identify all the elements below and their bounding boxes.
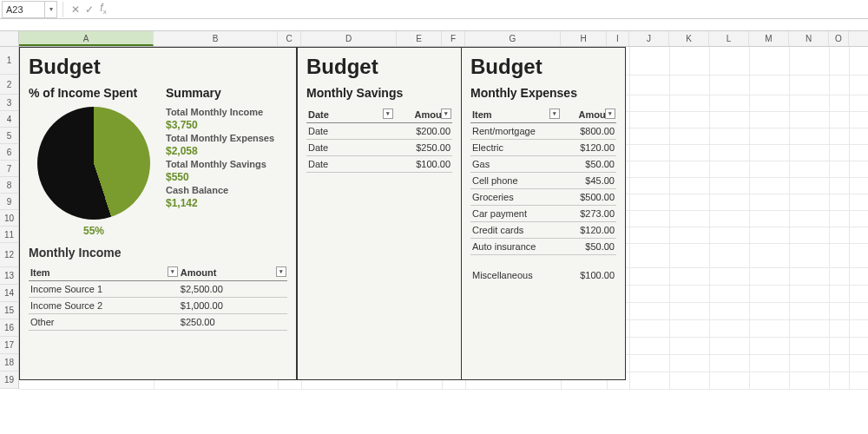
col-header-D[interactable]: D [301,31,397,46]
row-header-6[interactable]: 6 [0,144,18,161]
row-header-1[interactable]: 1 [0,47,18,75]
table-row[interactable]: Date$250.00 [306,140,452,156]
row-header-3[interactable]: 3 [0,95,18,111]
row-header-18[interactable]: 18 [0,354,18,372]
name-box-dropdown[interactable]: ▾ [45,1,57,18]
expenses-header: Monthly Expenses [470,86,616,100]
fx-icon[interactable]: fx [96,2,110,16]
filter-icon[interactable]: ▾ [383,108,393,119]
cell-amount: $100.00 [394,156,452,173]
col-amount[interactable]: Amount▾ [179,265,287,281]
misc-amount: $100.00 [561,267,616,283]
cell-amount: $120.00 [561,222,616,239]
cell-amount: $250.00 [394,140,452,156]
col-header-L[interactable]: L [709,31,749,46]
col-date[interactable]: Date▾ [306,107,394,123]
filter-icon[interactable]: ▾ [276,266,286,277]
row-header-13[interactable]: 13 [0,267,18,285]
confirm-icon[interactable]: ✓ [82,3,96,16]
row-header-10[interactable]: 10 [0,210,18,227]
table-row[interactable]: Income Source 1$2,500.00 [29,281,287,298]
budget-panel-summary: Budget % of Income Spent 55% Summary Tot… [19,47,297,380]
cell-item: Income Source 1 [29,281,179,298]
col-amount[interactable]: Amount▾ [394,107,452,123]
col-header-E[interactable]: E [397,31,442,46]
summary-value: $550 [166,171,287,183]
pct-label: 55% [29,225,159,237]
row-header-8[interactable]: 8 [0,177,18,194]
col-header-M[interactable]: M [749,31,789,46]
row-header-14[interactable]: 14 [0,285,18,302]
cell-item: Electric [470,140,561,156]
table-row[interactable]: Auto insurance$50.00 [470,239,616,255]
row-header-16[interactable]: 16 [0,319,18,337]
row-header-9[interactable]: 9 [0,194,18,210]
col-item[interactable]: Item▾ [470,107,561,123]
row-header-15[interactable]: 15 [0,302,18,319]
panel-title: Budget [29,55,287,79]
col-header-G[interactable]: G [465,31,561,46]
formula-input[interactable] [110,1,868,18]
col-header-F[interactable]: F [442,31,465,46]
filter-icon[interactable]: ▾ [549,108,560,119]
cell-amount: $500.00 [561,189,616,206]
col-header-H[interactable]: H [561,31,607,46]
col-item[interactable]: Item▾ [29,265,179,281]
savings-header: Monthly Savings [306,86,452,100]
name-box[interactable]: A23 [2,1,45,18]
table-row[interactable]: Income Source 2$1,000.00 [29,298,287,314]
select-all-corner[interactable] [0,31,19,46]
cell-amount: $50.00 [561,239,616,255]
col-header-B[interactable]: B [154,31,278,46]
table-row[interactable]: Electric$120.00 [470,140,616,156]
summary-header: Summary [166,86,287,100]
row-header-5[interactable]: 5 [0,128,18,144]
cell-amount: $1,000.00 [179,298,287,314]
spreadsheet-grid: ABCDEFGHIJKLMNO 123456789101112131415161… [0,31,868,389]
table-row[interactable]: Other$250.00 [29,314,287,331]
table-row[interactable]: Date$100.00 [306,156,452,173]
col-amount[interactable]: Amount▾ [561,107,616,123]
row-header-11[interactable]: 11 [0,227,18,243]
sheet-body[interactable]: Budget % of Income Spent 55% Summary Tot… [19,47,868,389]
column-headers: ABCDEFGHIJKLMNO [0,31,868,47]
table-row[interactable]: Gas$50.00 [470,156,616,173]
row-header-2[interactable]: 2 [0,75,18,95]
row-header-4[interactable]: 4 [0,111,18,128]
cell-item: Car payment [470,206,561,222]
row-header-7[interactable]: 7 [0,161,18,177]
filter-icon[interactable]: ▾ [168,266,178,277]
table-row[interactable]: Cell phone$45.00 [470,173,616,189]
col-header-K[interactable]: K [669,31,709,46]
separator [62,2,63,17]
row-header-12[interactable]: 12 [0,243,18,267]
income-table: Item▾ Amount▾ Income Source 1$2,500.00In… [29,265,287,331]
col-header-O[interactable]: O [829,31,849,46]
savings-table: Date▾ Amount▾ Date$200.00Date$250.00Date… [306,107,452,173]
table-row[interactable]: Car payment$273.00 [470,206,616,222]
table-row[interactable]: Rent/mortgage$800.00 [470,123,616,140]
summary-value: $2,058 [166,145,287,157]
row-headers: 12345678910111213141516171819 [0,47,19,389]
filter-icon[interactable]: ▾ [441,108,451,119]
table-row[interactable]: Date$200.00 [306,123,452,140]
col-header-N[interactable]: N [789,31,829,46]
cell-item: Auto insurance [470,239,561,255]
table-row[interactable]: Credit cards$120.00 [470,222,616,239]
col-header-J[interactable]: J [629,31,669,46]
col-header-A[interactable]: A [19,31,154,46]
cell-item: Cell phone [470,173,561,189]
table-row[interactable]: Groceries$500.00 [470,189,616,206]
cell-item: Rent/mortgage [470,123,561,140]
filter-icon[interactable]: ▾ [605,108,615,119]
col-header-I[interactable]: I [607,31,629,46]
col-header-C[interactable]: C [278,31,301,46]
cell-amount: $120.00 [561,140,616,156]
expenses-table: Item▾ Amount▾ Rent/mortgage$800.00Electr… [470,107,616,255]
summary-label: Total Monthly Savings [166,159,287,169]
cancel-icon[interactable]: ✕ [69,3,82,16]
misc-row: Miscellaneous $100.00 [470,267,616,283]
row-header-19[interactable]: 19 [0,372,18,389]
summary-value: $1,142 [166,197,287,209]
row-header-17[interactable]: 17 [0,337,18,354]
